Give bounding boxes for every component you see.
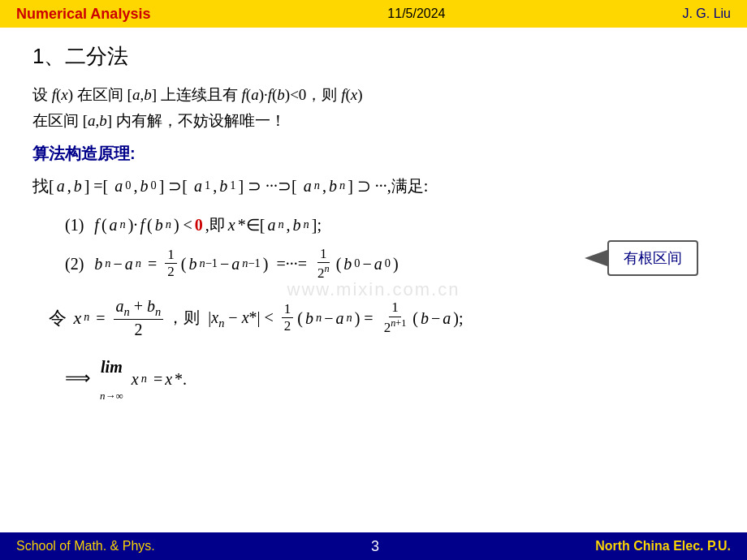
intro-paragraph: 设 f(x) 在区间 [a,b] 上连续且有 f(a)·f(b)<0，则 f(x… <box>32 82 715 135</box>
frac-2n1-formula: 1 2n+1 <box>382 299 409 335</box>
令-symbol: 令 <box>49 295 71 341</box>
footer-school: School of Math. & Phys. <box>16 539 155 554</box>
condition-1: (1) f(an)· f(bn) < 0,即x*∈[an, bn]; <box>65 207 715 243</box>
algo-title: 算法构造原理: <box>32 143 715 165</box>
cond1-f: f <box>94 207 99 243</box>
header-date: 11/5/2024 <box>387 6 445 21</box>
footer-university: North China Elec. P.U. <box>595 539 731 554</box>
section-title: 1、二分法 <box>32 42 715 71</box>
limit-line: ⟹ lim n→∞ xn = x *. <box>32 349 715 408</box>
fx-intro: f <box>52 86 56 103</box>
frac-xn: an + bn 2 <box>114 296 164 339</box>
footer: School of Math. & Phys. 3 North China El… <box>0 532 747 560</box>
xn-limit: x <box>127 361 139 397</box>
frac-half-cond2: 1 2 <box>165 247 177 281</box>
footer-page: 3 <box>371 538 379 555</box>
cond1-label: (1) <box>65 207 92 243</box>
callout-box: 有根区间 <box>607 240 698 276</box>
limit-symbol: lim n→∞ <box>100 349 123 408</box>
algo-sequence: 找[a,b] =[ a0,b0] ⊃[ a1,b1] ⊃ ···⊃[ an,bn… <box>32 168 715 204</box>
main-formula: 令 xn = an + bn 2 ，则 |xn − x*| < 1 2 (bn … <box>32 295 715 341</box>
cond2-label: (2) <box>65 246 92 282</box>
frac-half-formula: 1 2 <box>282 301 294 335</box>
comma: ，则 |xn − x*| < <box>167 296 278 338</box>
header: Numerical Analysis 11/5/2024 J. G. Liu <box>0 0 747 28</box>
main-content: 1、二分法 设 f(x) 在区间 [a,b] 上连续且有 f(a)·f(b)<0… <box>0 28 747 416</box>
header-author: J. G. Liu <box>682 6 731 21</box>
implies-symbol: ⟹ <box>65 359 91 398</box>
callout-text: 有根区间 <box>624 250 682 266</box>
frac-2n-cond2: 1 2n <box>315 246 332 282</box>
xn-var: x <box>74 295 82 341</box>
header-title: Numerical Analysis <box>16 6 150 23</box>
